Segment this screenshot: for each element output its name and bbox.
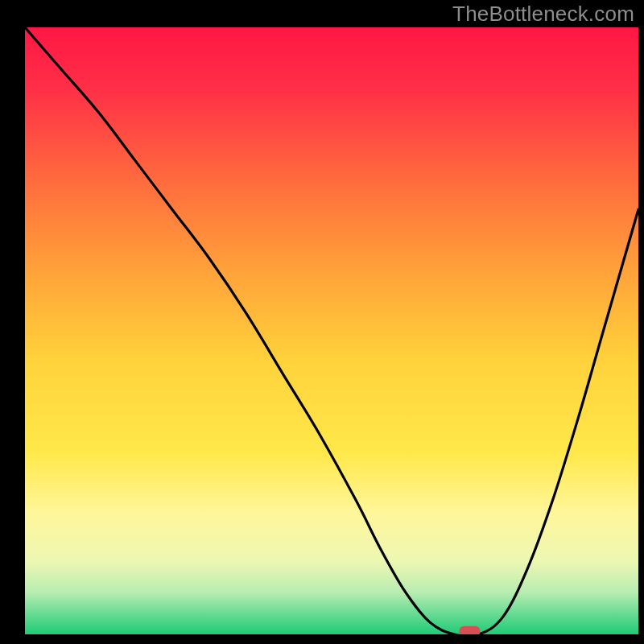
- axis-bottom: [0, 634, 644, 644]
- watermark-text: TheBottleneck.com: [452, 2, 634, 27]
- bottleneck-chart: [0, 0, 644, 644]
- plot-background: [25, 27, 638, 634]
- axis-left: [0, 0, 25, 644]
